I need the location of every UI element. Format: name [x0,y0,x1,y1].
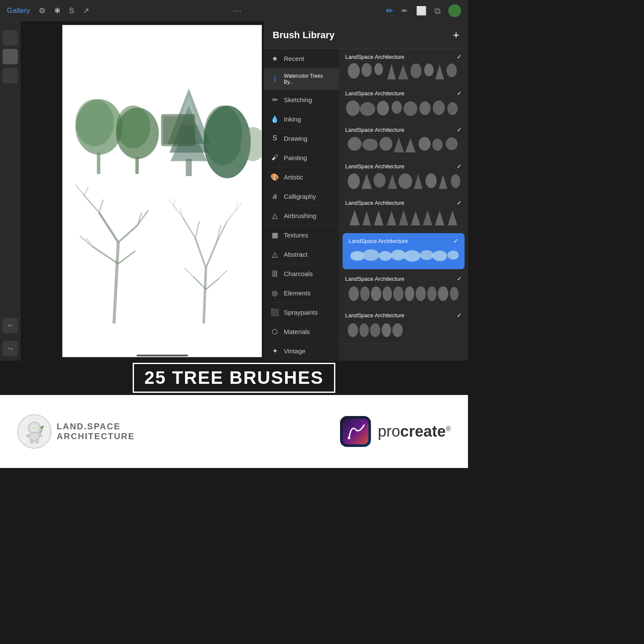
svg-line-19 [84,195,99,213]
category-label-airbrushing: Airbrushing [284,212,316,219]
category-item-sketching[interactable]: ✏ Sketching [264,90,339,109]
svg-point-120 [35,439,39,444]
svg-point-49 [374,63,383,75]
left-sidebar: ↩ ↪ [0,21,21,361]
materials-icon: ⬡ [270,327,279,336]
brush-item-2[interactable]: LandSpace Architecture ✓ [339,85,468,122]
svg-point-63 [447,102,458,115]
redo-button[interactable]: ↪ [3,341,18,356]
brush-check-8: ✓ [457,312,462,319]
category-label-abstract: Abstract [284,251,307,258]
category-label-recent: Recent [284,55,304,62]
svg-point-48 [361,63,372,77]
brush-preview-7 [345,285,462,303]
gallery-button[interactable]: Gallery [7,6,30,15]
category-item-textures[interactable]: ▦ Textures [264,225,339,245]
category-label-charcoals: Charcoals [284,270,313,277]
brush-item-8[interactable]: LandSpace Architecture ✓ [339,307,468,344]
svg-marker-73 [361,173,372,189]
svg-point-80 [451,174,460,188]
painting-icon: 🖌 [270,153,279,162]
category-item-recent[interactable]: ★ Recent [264,49,339,68]
svg-marker-50 [387,64,396,79]
svg-point-1 [76,99,114,146]
category-item-charcoals[interactable]: ||| Charcoals [264,264,339,283]
svg-marker-87 [423,210,432,225]
svg-marker-54 [435,64,444,79]
category-item-elements[interactable]: ◎ Elements [264,283,339,303]
brush-item-6[interactable]: LandSpace Architecture ✓ [343,233,465,269]
svg-point-97 [447,250,459,259]
svg-line-39 [193,276,206,289]
brush-check-7: ✓ [457,275,462,282]
sketching-icon: ✏ [270,95,279,104]
category-item-artistic[interactable]: 🎨 Artistic [264,167,339,187]
avatar[interactable] [448,4,461,17]
svg-rect-122 [343,419,368,444]
brush-check-3: ✓ [457,126,462,133]
brush-item-4[interactable]: LandSpace Architecture ✓ [339,158,468,195]
brush-tool-icon[interactable]: ✏ [386,6,393,16]
category-item-spraypaints[interactable]: ⬛ Spraypaints [264,303,339,322]
arrow-icon[interactable]: ↗ [83,6,89,15]
undo-button[interactable]: ↩ [3,318,18,333]
pen-tool-icon[interactable]: ✒ [401,6,408,16]
svg-line-41 [185,268,193,276]
create-text: create [400,422,446,440]
svg-point-99 [360,286,370,301]
layers-icon[interactable]: ⧉ [434,6,440,16]
color-tool[interactable] [3,30,18,46]
brush-item-7[interactable]: LandSpace Architecture ✓ [339,271,468,307]
svg-point-111 [382,323,391,337]
category-item-vintage[interactable]: ✦ Vintage [264,341,339,361]
svg-point-47 [348,63,360,79]
more-options-icon[interactable]: ··· [233,6,242,15]
toolbar-left: Gallery ⚙ ✱ S ↗ [7,6,89,15]
add-brush-button[interactable]: + [453,28,459,42]
svg-point-64 [348,137,361,151]
svg-marker-86 [411,211,420,225]
svg-line-24 [84,187,88,195]
drawing-icon: S [270,134,279,143]
category-item-calligraphy[interactable]: a Calligraphy [264,187,339,206]
category-label-calligraphy: Calligraphy [284,193,316,200]
category-item-abstract[interactable]: △ Abstract [264,245,339,264]
svg-point-106 [438,286,448,301]
settings-icon[interactable]: ⚙ [39,6,46,15]
category-item-airbrushing[interactable]: △ Airbrushing [264,206,339,225]
eraser-tool-icon[interactable]: ⬜ [416,6,427,16]
brush-check-2: ✓ [457,90,462,97]
svg-line-25 [93,246,118,264]
svg-line-30 [195,238,206,268]
svg-line-17 [99,213,118,243]
logo-name-bottom: ARCHITECTURE [57,431,135,441]
astronaut-icon [17,414,52,449]
transform-icon[interactable]: S [69,6,74,15]
category-item-inking[interactable]: 💧 Inking [264,109,339,129]
svg-rect-10 [186,159,192,176]
brush-item-1[interactable]: LandSpace Architecture ✓ [339,49,468,85]
category-label-textures: Textures [284,231,308,239]
brush-item-5[interactable]: LandSpace Architecture ✓ [339,195,468,231]
brush-item-3[interactable]: LandSpace Architecture ✓ [339,122,468,158]
category-item-painting[interactable]: 🖌 Painting [264,148,339,167]
svg-point-119 [30,439,33,444]
svg-point-115 [32,426,37,430]
category-label-elements: Elements [284,289,311,297]
category-item-watercolor[interactable]: | Watercolor Trees By... [264,68,339,90]
category-label-materials: Materials [284,328,310,335]
artistic-icon: 🎨 [270,172,279,182]
svg-marker-77 [414,174,422,189]
svg-point-118 [38,434,43,437]
svg-point-74 [374,173,386,188]
opacity-tool[interactable] [3,68,18,83]
category-item-materials[interactable]: ⬡ Materials [264,322,339,341]
svg-line-29 [204,268,206,323]
brush-size-tool[interactable] [3,49,18,64]
svg-line-43 [169,200,174,206]
abstract-icon: △ [270,249,279,259]
cursor-icon[interactable]: ✱ [54,6,61,15]
category-item-drawing[interactable]: S Drawing [264,129,339,148]
svg-point-105 [427,286,437,301]
spraypaints-icon: ⬛ [270,307,279,317]
